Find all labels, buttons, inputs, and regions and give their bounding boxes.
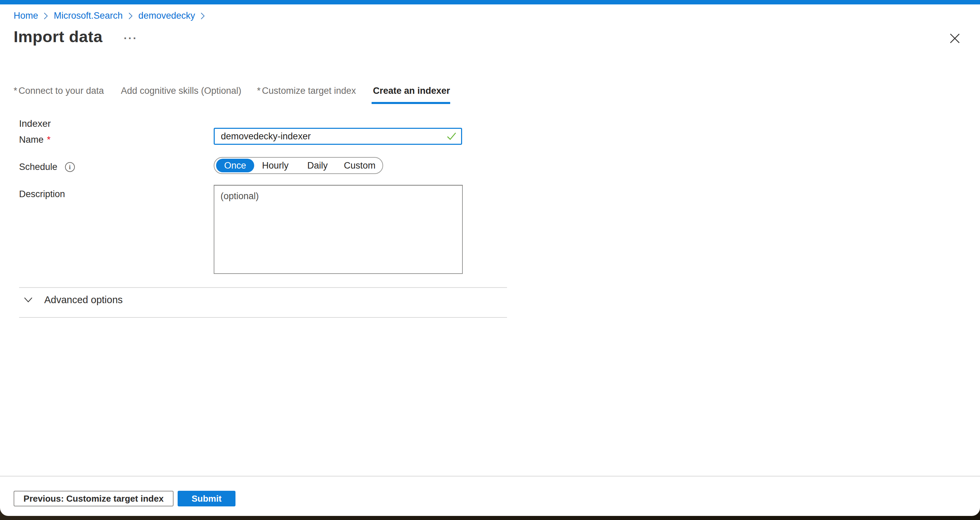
title-row: Import data ··· <box>14 27 137 46</box>
description-textarea[interactable] <box>214 185 463 274</box>
tab-customize-target-index[interactable]: *Customize target index <box>257 86 356 104</box>
info-icon[interactable]: i <box>65 162 75 172</box>
breadcrumb-link-microsoft-search[interactable]: Microsoft.Search <box>54 11 123 21</box>
breadcrumb: Home Microsoft.Search demovedecky <box>14 11 205 21</box>
chevron-right-icon <box>128 11 134 21</box>
top-accent-bar <box>0 0 980 5</box>
description-label: Description <box>19 189 65 200</box>
advanced-options-toggle[interactable]: Advanced options <box>23 294 123 306</box>
footer-divider <box>0 476 980 477</box>
wizard-tabs: *Connect to your data Add cognitive skil… <box>14 86 450 104</box>
name-input-wrap <box>214 128 462 145</box>
schedule-option-once[interactable]: Once <box>216 159 254 172</box>
schedule-toggle-group: Once Hourly Daily Custom <box>214 157 383 174</box>
more-options-button[interactable]: ··· <box>124 32 137 44</box>
description-label-text: Description <box>19 189 65 200</box>
previous-step-button[interactable]: Previous: Customize target index <box>14 491 173 506</box>
schedule-label: Schedule i <box>19 162 75 172</box>
breadcrumb-link-home[interactable]: Home <box>14 11 38 21</box>
name-label: Name * <box>19 135 51 145</box>
schedule-label-text: Schedule <box>19 162 57 172</box>
required-asterisk: * <box>47 135 51 145</box>
page-title: Import data <box>14 27 102 46</box>
tab-required-marker: * <box>257 86 261 96</box>
tab-connect-to-your-data[interactable]: *Connect to your data <box>14 86 104 104</box>
schedule-option-custom[interactable]: Custom <box>339 159 381 172</box>
chevron-right-icon <box>43 11 49 21</box>
close-icon <box>948 32 961 46</box>
tab-label: Add cognitive skills (Optional) <box>121 86 241 96</box>
indexer-name-input[interactable] <box>214 128 462 145</box>
import-data-panel: Home Microsoft.Search demovedecky Import… <box>0 0 980 516</box>
submit-button[interactable]: Submit <box>178 491 235 506</box>
close-button[interactable] <box>947 31 962 46</box>
tab-label: Create an indexer <box>373 86 450 96</box>
divider <box>19 317 507 318</box>
tab-create-an-indexer[interactable]: Create an indexer <box>372 86 450 104</box>
name-label-text: Name <box>19 135 43 145</box>
breadcrumb-link-demovedecky[interactable]: demovedecky <box>138 11 195 21</box>
divider <box>19 287 507 288</box>
tab-label: Customize target index <box>262 86 356 96</box>
tab-required-marker: * <box>14 86 18 96</box>
advanced-options-label: Advanced options <box>44 294 123 306</box>
section-title-indexer: Indexer <box>19 118 51 129</box>
tab-add-cognitive-skills[interactable]: Add cognitive skills (Optional) <box>119 86 241 104</box>
chevron-right-icon <box>200 11 205 21</box>
schedule-option-hourly[interactable]: Hourly <box>254 159 296 172</box>
chevron-down-icon <box>23 294 33 306</box>
schedule-option-daily[interactable]: Daily <box>296 159 339 172</box>
tab-label: Connect to your data <box>19 86 104 96</box>
